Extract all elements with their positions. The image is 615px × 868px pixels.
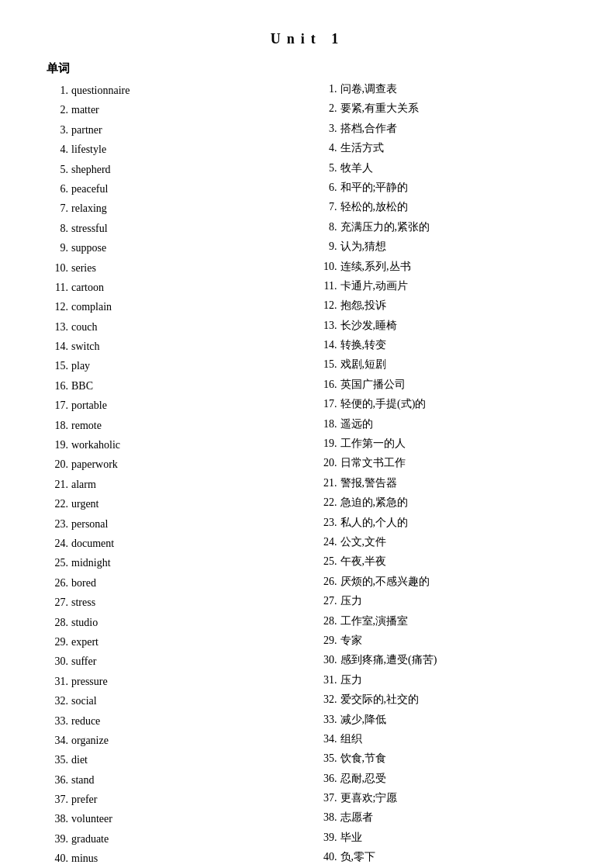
word-number: 30. [47,653,68,670]
list-item: 28.工作室,演播室 [316,613,569,630]
meaning-number: 30. [316,652,337,669]
word-english: series [71,260,96,277]
word-number: 3. [47,122,68,139]
list-item: 1.问卷,调查表 [316,81,569,98]
word-number: 8. [47,220,68,237]
list-item: 39.毕业 [316,829,569,846]
list-item: 6.peaceful [47,181,300,198]
word-english: volunteer [71,811,112,828]
list-item: 8.充满压力的,紧张的 [316,219,569,236]
list-item: 8.stressful [47,220,300,237]
word-number: 35. [47,752,68,769]
word-number: 20. [47,456,68,473]
word-number: 19. [47,437,68,454]
list-item: 26.bored [47,575,300,592]
list-item: 13.couch [47,319,300,336]
word-english: BBC [71,378,93,395]
word-number: 4. [47,141,68,158]
list-item: 14.转换,转变 [316,337,569,354]
list-item: 5.牧羊人 [316,160,569,177]
list-item: 18.remote [47,417,300,434]
list-item: 3.partner [47,122,300,139]
word-number: 29. [47,634,68,651]
word-english: questionnaire [71,82,130,99]
meaning-number: 19. [316,435,337,452]
meaning-number: 8. [316,219,337,236]
word-english: studio [71,614,98,631]
word-english: workaholic [71,437,120,454]
word-english: personal [71,516,108,533]
word-english: pressure [71,673,108,690]
meaning-chinese: 厌烦的,不感兴趣的 [340,573,430,590]
word-english: paperwork [71,456,118,473]
meaning-chinese: 英国广播公司 [340,376,406,393]
meaning-number: 31. [316,672,337,689]
list-item: 7.轻松的,放松的 [316,199,569,216]
word-english: complain [71,299,112,316]
list-item: 11.cartoon [47,279,300,296]
word-number: 17. [47,397,68,414]
word-number: 25. [47,555,68,572]
list-item: 4.生活方式 [316,140,569,157]
meaning-chinese: 长沙发,睡椅 [340,317,398,334]
word-number: 15. [47,358,68,375]
list-item: 36.stand [47,772,300,789]
word-english: document [71,535,114,552]
word-number: 26. [47,575,68,592]
meaning-number: 7. [316,199,337,216]
meaning-number: 25. [316,553,337,570]
meaning-chinese: 忍耐,忍受 [340,770,387,787]
word-english: minus [71,850,98,867]
meaning-number: 34. [316,731,337,748]
meaning-number: 33. [316,711,337,728]
meaning-chinese: 午夜,半夜 [340,553,387,570]
meaning-chinese: 和平的;平静的 [340,179,409,196]
meaning-number: 5. [316,160,337,177]
list-item: 18.遥远的 [316,416,569,433]
word-number: 36. [47,772,68,789]
word-number: 1. [47,82,68,99]
meaning-number: 16. [316,376,337,393]
word-number: 9. [47,240,68,257]
meaning-chinese: 轻便的,手提(式)的 [340,396,427,413]
list-item: 22.urgent [47,496,300,513]
list-item: 21.警报,警告器 [316,475,569,492]
list-item: 33.reduce [47,713,300,730]
meaning-chinese: 充满压力的,紧张的 [340,219,430,236]
meaning-chinese: 专家 [340,632,362,649]
list-item: 39.graduate [47,831,300,848]
list-item: 26.厌烦的,不感兴趣的 [316,573,569,590]
word-english: graduate [71,831,109,848]
meaning-chinese: 问卷,调查表 [340,81,398,98]
word-english: stress [71,594,95,611]
meaning-number: 18. [316,416,337,433]
list-item: 31.pressure [47,673,300,690]
meaning-number: 22. [316,494,337,511]
word-number: 24. [47,535,68,552]
word-english: play [71,358,90,375]
meaning-chinese: 私人的,个人的 [340,514,409,531]
meaning-chinese: 组织 [340,731,362,748]
list-item: 23.personal [47,516,300,533]
meaning-number: 14. [316,337,337,354]
word-number: 10. [47,260,68,277]
meaning-chinese: 志愿者 [340,809,373,826]
meaning-chinese: 工作第一的人 [340,435,406,452]
meaning-number: 13. [316,317,337,334]
meaning-chinese: 饮食,节食 [340,750,387,767]
meaning-number: 32. [316,691,337,708]
list-item: 5.shepherd [47,161,300,178]
word-english: shepherd [71,161,111,178]
meaning-number: 4. [316,140,337,157]
meaning-number: 40. [316,849,337,866]
word-english: peaceful [71,181,108,198]
list-item: 15.play [47,358,300,375]
list-item: 12.complain [47,299,300,316]
list-item: 35.饮食,节食 [316,750,569,767]
word-number: 33. [47,713,68,730]
list-item: 20.日常文书工作 [316,455,569,472]
list-item: 33.减少,降低 [316,711,569,728]
meaning-chinese: 戏剧,短剧 [340,356,387,373]
meaning-chinese: 轻松的,放松的 [340,199,409,216]
list-item: 17.轻便的,手提(式)的 [316,396,569,413]
